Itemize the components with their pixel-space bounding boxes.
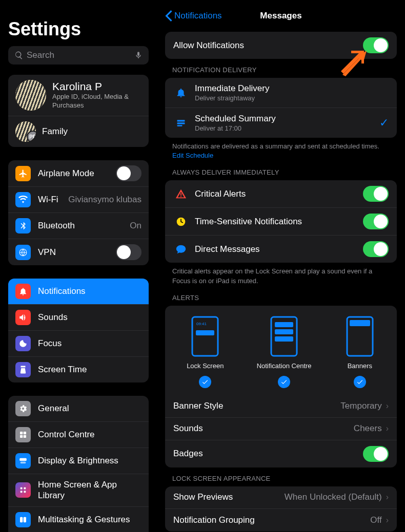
always-header: ALWAYS DELIVER IMMEDIATELY (172, 168, 397, 176)
lockscreen-tile[interactable]: 09:41 Lock Screen (187, 316, 224, 388)
lockscreen-preview-icon: 09:41 (190, 316, 220, 357)
vpn-row[interactable]: VPN (8, 239, 149, 265)
grouping-row[interactable]: Notification Grouping Off › (165, 509, 397, 531)
scheduled-summary-row[interactable]: Scheduled Summary Deliver at 17:00 ✓ (165, 108, 397, 138)
focus-icon (15, 336, 31, 351)
notifcentre-preview-icon (269, 316, 299, 357)
airplane-mode-row[interactable]: Airplane Mode (8, 160, 149, 187)
banners-label: Banners (348, 362, 372, 370)
airplane-label: Airplane Mode (38, 168, 116, 179)
apple-id-row[interactable]: Karolina P Apple ID, iCloud, Media & Pur… (8, 75, 149, 116)
search-input[interactable]: Search (8, 46, 149, 65)
mic-icon[interactable] (134, 51, 143, 59)
notifications-row[interactable]: Notifications (8, 279, 149, 305)
homescreen-label: Home Screen & App Library (38, 479, 141, 501)
family-row[interactable]: PR Family (8, 116, 149, 147)
controlcentre-row[interactable]: Control Centre (8, 422, 149, 448)
critical-alerts-row[interactable]: Critical Alerts (165, 180, 397, 208)
clock-icon (173, 214, 189, 229)
svg-rect-23 (275, 329, 293, 334)
immediate-delivery-row[interactable]: Immediate Delivery Deliver straightaway (165, 78, 397, 108)
family-label: Family (42, 126, 141, 137)
immediate-title: Immediate Delivery (195, 83, 389, 94)
svg-rect-15 (177, 122, 185, 124)
chevron-right-icon: › (386, 401, 389, 411)
vpn-icon (15, 245, 31, 260)
svg-rect-11 (20, 517, 23, 522)
back-button[interactable]: Notifications (165, 10, 222, 22)
focus-row[interactable]: Focus (8, 331, 149, 357)
svg-rect-2 (24, 432, 26, 434)
display-row[interactable]: Display & Brightness (8, 448, 149, 474)
screentime-row[interactable]: Screen Time (8, 357, 149, 382)
scheduled-sub: Deliver at 17:00 (195, 124, 379, 132)
alerts-header: ALERTS (172, 294, 397, 302)
wifi-icon (15, 192, 31, 207)
profile-name: Karolina P (52, 80, 141, 93)
previews-row[interactable]: Show Previews When Unlocked (Default) › (165, 486, 397, 509)
homescreen-row[interactable]: Home Screen & App Library (8, 474, 149, 507)
multitasking-label: Multitasking & Gestures (38, 515, 141, 525)
vpn-toggle[interactable] (116, 244, 141, 260)
allow-notifications-label: Allow Notifications (173, 40, 363, 51)
badges-row[interactable]: Badges (165, 440, 397, 467)
allow-notifications-toggle[interactable] (363, 37, 389, 53)
edit-schedule-link[interactable]: Edit Schedule (172, 152, 213, 159)
display-icon (15, 453, 31, 469)
focus-label: Focus (38, 338, 141, 349)
svg-rect-5 (19, 458, 27, 461)
direct-messages-row[interactable]: Direct Messages (165, 236, 397, 263)
sounds-detail-label: Sounds (173, 423, 354, 434)
svg-rect-4 (24, 435, 26, 438)
sounds-icon (15, 310, 31, 325)
svg-rect-9 (21, 491, 23, 493)
chevron-right-icon: › (386, 424, 389, 433)
grouping-label: Notification Grouping (173, 515, 370, 525)
homescreen-icon (15, 482, 31, 498)
summary-icon (173, 115, 189, 131)
profile-subtitle: Apple ID, iCloud, Media & Purchases (52, 93, 141, 110)
bluetooth-icon (15, 218, 31, 233)
banners-preview-icon (345, 316, 375, 357)
avatar (15, 80, 46, 111)
previews-value: When Unlocked (Default) (285, 492, 382, 502)
svg-rect-20 (196, 330, 214, 335)
page-title: Settings (8, 18, 149, 40)
allow-notifications-row[interactable]: Allow Notifications (165, 32, 397, 59)
airplane-toggle[interactable] (116, 165, 141, 181)
badges-toggle[interactable] (363, 446, 389, 462)
bluetooth-row[interactable]: Bluetooth On (8, 213, 149, 239)
general-row[interactable]: General (8, 396, 149, 422)
banners-tile[interactable]: Banners (345, 316, 375, 388)
lockappear-header: LOCK SCREEN APPEARANCE (172, 475, 397, 482)
multitasking-row[interactable]: Multitasking & Gestures (8, 507, 149, 533)
banner-style-row[interactable]: Banner Style Temporary › (165, 395, 397, 418)
scheduled-title: Scheduled Summary (195, 114, 379, 124)
svg-rect-26 (350, 320, 370, 326)
direct-label: Direct Messages (195, 244, 363, 254)
svg-rect-6 (21, 462, 26, 464)
bluetooth-value: On (130, 221, 141, 231)
banners-check[interactable] (354, 376, 366, 388)
lockscreen-check[interactable] (199, 376, 211, 388)
timesensitive-row[interactable]: Time-Sensitive Notifications (165, 208, 397, 236)
sounds-detail-row[interactable]: Sounds Cheers › (165, 418, 397, 440)
svg-rect-10 (24, 491, 26, 493)
chevron-right-icon: › (386, 493, 389, 502)
detail-panel: Notifications Messages Allow Notificatio… (157, 0, 405, 532)
immediate-sub: Deliver straightaway (195, 94, 389, 102)
previews-label: Show Previews (173, 492, 285, 502)
multitasking-icon (15, 512, 31, 527)
svg-rect-14 (177, 120, 185, 121)
notifcentre-check[interactable] (278, 376, 290, 388)
screentime-icon (15, 362, 31, 377)
general-icon (15, 401, 31, 416)
badges-label: Badges (173, 449, 363, 459)
timesensitive-toggle[interactable] (363, 214, 389, 229)
wifi-row[interactable]: Wi-Fi Giviansymo klubas (8, 187, 149, 213)
notifcentre-tile[interactable]: Notification Centre (257, 316, 312, 388)
direct-toggle[interactable] (363, 241, 389, 257)
svg-rect-1 (20, 432, 23, 434)
sounds-row[interactable]: Sounds (8, 305, 149, 331)
critical-toggle[interactable] (363, 186, 389, 202)
